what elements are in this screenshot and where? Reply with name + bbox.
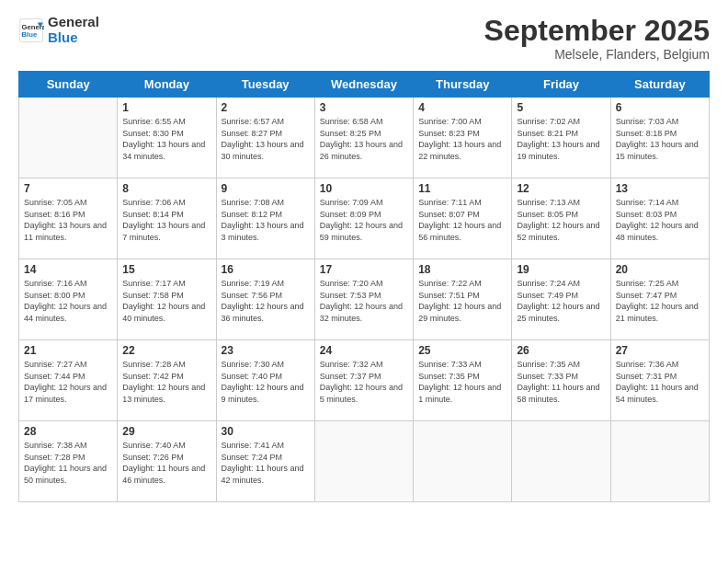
daylight: Daylight: 12 hours and 32 minutes.	[320, 302, 403, 323]
month-title: September 2025	[484, 15, 710, 47]
calendar-cell: 17Sunrise: 7:20 AMSunset: 7:53 PMDayligh…	[314, 259, 413, 340]
col-sunday: Sunday	[19, 72, 118, 98]
sunrise: Sunrise: 7:08 AM	[222, 198, 285, 207]
sunrise: Sunrise: 7:41 AM	[222, 441, 285, 450]
calendar-cell: 20Sunrise: 7:25 AMSunset: 7:47 PMDayligh…	[610, 259, 709, 340]
sunset: Sunset: 7:26 PM	[122, 453, 184, 462]
calendar-cell: 30Sunrise: 7:41 AMSunset: 7:24 PMDayligh…	[216, 421, 314, 502]
daylight: Daylight: 13 hours and 34 minutes.	[122, 140, 205, 161]
calendar-cell: 9Sunrise: 7:08 AMSunset: 8:12 PMDaylight…	[216, 178, 314, 259]
header: General Blue General Blue September 2025…	[18, 15, 710, 62]
day-number: 13	[616, 182, 704, 195]
daylight: Daylight: 12 hours and 17 minutes.	[24, 383, 107, 404]
day-info: Sunrise: 7:33 AMSunset: 7:35 PMDaylight:…	[418, 359, 506, 405]
day-info: Sunrise: 7:06 AMSunset: 8:14 PMDaylight:…	[122, 197, 210, 243]
day-info: Sunrise: 7:11 AMSunset: 8:07 PMDaylight:…	[418, 197, 506, 243]
calendar-cell: 8Sunrise: 7:06 AMSunset: 8:14 PMDaylight…	[118, 178, 216, 259]
calendar-cell: 1Sunrise: 6:55 AMSunset: 8:30 PMDaylight…	[118, 98, 216, 178]
daylight: Daylight: 12 hours and 40 minutes.	[122, 302, 205, 323]
sunset: Sunset: 7:44 PM	[24, 372, 85, 381]
day-number: 24	[320, 344, 408, 357]
day-info: Sunrise: 7:32 AMSunset: 7:37 PMDaylight:…	[320, 359, 408, 405]
calendar-cell: 16Sunrise: 7:19 AMSunset: 7:56 PMDayligh…	[216, 259, 314, 340]
calendar-header: Sunday Monday Tuesday Wednesday Thursday…	[19, 72, 710, 98]
col-monday: Monday	[118, 72, 216, 98]
calendar-week-3: 21Sunrise: 7:27 AMSunset: 7:44 PMDayligh…	[19, 340, 710, 421]
header-row: Sunday Monday Tuesday Wednesday Thursday…	[19, 72, 710, 98]
sunrise: Sunrise: 7:33 AM	[418, 360, 482, 369]
day-number: 18	[418, 263, 506, 276]
sunset: Sunset: 8:30 PM	[122, 129, 184, 138]
day-number: 29	[122, 425, 210, 438]
day-info: Sunrise: 7:40 AMSunset: 7:26 PMDaylight:…	[122, 440, 210, 486]
daylight: Daylight: 11 hours and 46 minutes.	[122, 464, 205, 485]
calendar-cell: 12Sunrise: 7:13 AMSunset: 8:05 PMDayligh…	[512, 178, 610, 259]
sunrise: Sunrise: 7:28 AM	[122, 360, 186, 369]
sunset: Sunset: 7:58 PM	[122, 291, 184, 300]
day-number: 12	[517, 182, 605, 195]
day-number: 25	[418, 344, 506, 357]
sunrise: Sunrise: 7:19 AM	[222, 279, 285, 288]
sunrise: Sunrise: 7:11 AM	[418, 198, 482, 207]
sunrise: Sunrise: 7:13 AM	[517, 198, 580, 207]
day-number: 21	[24, 344, 112, 357]
calendar-cell: 24Sunrise: 7:32 AMSunset: 7:37 PMDayligh…	[314, 340, 413, 421]
sunset: Sunset: 8:12 PM	[222, 210, 283, 219]
sunset: Sunset: 7:37 PM	[320, 372, 381, 381]
sunset: Sunset: 8:23 PM	[418, 129, 480, 138]
sunset: Sunset: 8:14 PM	[122, 210, 184, 219]
calendar-page: General Blue General Blue September 2025…	[0, 0, 728, 563]
sunrise: Sunrise: 7:22 AM	[418, 279, 482, 288]
sunset: Sunset: 7:33 PM	[517, 372, 578, 381]
sunrise: Sunrise: 7:36 AM	[616, 360, 679, 369]
daylight: Daylight: 12 hours and 21 minutes.	[616, 302, 699, 323]
col-wednesday: Wednesday	[314, 72, 413, 98]
day-info: Sunrise: 7:03 AMSunset: 8:18 PMDaylight:…	[616, 116, 704, 162]
daylight: Daylight: 13 hours and 19 minutes.	[517, 140, 599, 161]
title-block: September 2025 Melsele, Flanders, Belgiu…	[484, 15, 710, 62]
day-info: Sunrise: 7:02 AMSunset: 8:21 PMDaylight:…	[517, 116, 605, 162]
logo-line1: General	[48, 15, 99, 30]
calendar-cell: 11Sunrise: 7:11 AMSunset: 8:07 PMDayligh…	[414, 178, 512, 259]
day-number: 20	[616, 263, 704, 276]
day-info: Sunrise: 7:14 AMSunset: 8:03 PMDaylight:…	[616, 197, 704, 243]
sunset: Sunset: 7:47 PM	[616, 291, 677, 300]
day-number: 7	[24, 182, 112, 195]
day-info: Sunrise: 7:08 AMSunset: 8:12 PMDaylight:…	[222, 197, 310, 243]
calendar-week-2: 14Sunrise: 7:16 AMSunset: 8:00 PMDayligh…	[19, 259, 710, 340]
sunset: Sunset: 8:05 PM	[517, 210, 578, 219]
day-info: Sunrise: 7:16 AMSunset: 8:00 PMDaylight:…	[24, 278, 112, 324]
calendar-cell: 18Sunrise: 7:22 AMSunset: 7:51 PMDayligh…	[414, 259, 512, 340]
sunrise: Sunrise: 7:35 AM	[517, 360, 580, 369]
day-info: Sunrise: 7:00 AMSunset: 8:23 PMDaylight:…	[418, 116, 506, 162]
svg-text:Blue: Blue	[22, 30, 38, 39]
sunset: Sunset: 8:25 PM	[320, 129, 381, 138]
daylight: Daylight: 13 hours and 11 minutes.	[24, 221, 107, 242]
daylight: Daylight: 11 hours and 58 minutes.	[517, 383, 599, 404]
day-info: Sunrise: 7:24 AMSunset: 7:49 PMDaylight:…	[517, 278, 605, 324]
sunrise: Sunrise: 7:14 AM	[616, 198, 679, 207]
daylight: Daylight: 12 hours and 1 minute.	[418, 383, 501, 404]
sunset: Sunset: 7:28 PM	[24, 453, 85, 462]
calendar-cell: 25Sunrise: 7:33 AMSunset: 7:35 PMDayligh…	[414, 340, 512, 421]
daylight: Daylight: 13 hours and 22 minutes.	[418, 140, 501, 161]
day-number: 30	[222, 425, 310, 438]
day-info: Sunrise: 7:05 AMSunset: 8:16 PMDaylight:…	[24, 197, 112, 243]
sunset: Sunset: 7:42 PM	[122, 372, 184, 381]
sunset: Sunset: 7:56 PM	[222, 291, 283, 300]
day-info: Sunrise: 7:36 AMSunset: 7:31 PMDaylight:…	[616, 359, 704, 405]
day-number: 8	[122, 182, 210, 195]
day-info: Sunrise: 7:41 AMSunset: 7:24 PMDaylight:…	[222, 440, 310, 486]
daylight: Daylight: 13 hours and 30 minutes.	[222, 140, 304, 161]
sunset: Sunset: 7:53 PM	[320, 291, 381, 300]
day-info: Sunrise: 7:13 AMSunset: 8:05 PMDaylight:…	[517, 197, 605, 243]
calendar-cell: 19Sunrise: 7:24 AMSunset: 7:49 PMDayligh…	[512, 259, 610, 340]
calendar-cell	[610, 421, 709, 502]
sunrise: Sunrise: 7:25 AM	[616, 279, 679, 288]
day-number: 2	[222, 101, 310, 114]
sunrise: Sunrise: 7:30 AM	[222, 360, 285, 369]
calendar-cell: 3Sunrise: 6:58 AMSunset: 8:25 PMDaylight…	[314, 98, 413, 178]
day-info: Sunrise: 7:35 AMSunset: 7:33 PMDaylight:…	[517, 359, 605, 405]
daylight: Daylight: 13 hours and 3 minutes.	[222, 221, 304, 242]
day-number: 22	[122, 344, 210, 357]
